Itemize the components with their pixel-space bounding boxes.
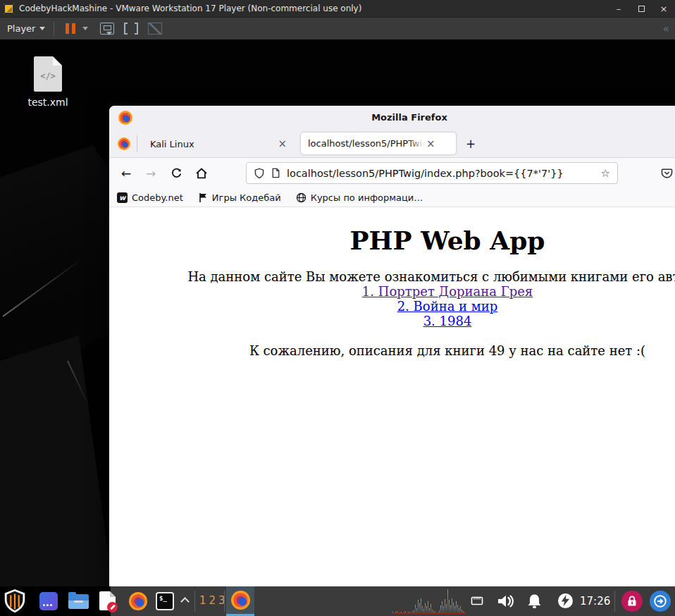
intro-paragraph: На данном сайте Вы можете ознакомиться с… <box>109 269 675 328</box>
suspend-vm-button[interactable] <box>63 22 78 35</box>
tab-close-icon[interactable]: × <box>425 137 437 150</box>
firefox-view-button[interactable] <box>118 137 130 150</box>
forward-button: → <box>141 164 161 183</box>
panel-divider <box>614 591 615 612</box>
pocket-button[interactable] <box>659 166 674 181</box>
desktop-file-label: test.xml <box>17 97 79 108</box>
volume-tray-icon[interactable] <box>497 593 514 612</box>
bookmarks-toolbar: w Codeby.net Игры Кодебай Курсы по инфор… <box>109 188 675 207</box>
chevron-down-icon <box>39 27 45 30</box>
send-ctrl-alt-del-button[interactable] <box>100 23 114 35</box>
reload-button[interactable] <box>166 164 186 183</box>
firefox-logo-icon <box>118 111 132 125</box>
close-button[interactable]: × <box>652 0 675 17</box>
panel-expand-arrow-icon[interactable] <box>180 597 190 606</box>
fullscreen-button[interactable] <box>124 23 138 35</box>
bookmark-label: Codeby.net <box>132 192 183 203</box>
page-info-icon[interactable] <box>271 168 281 178</box>
network-tray-icon[interactable] <box>471 595 483 610</box>
app-launcher-icon[interactable] <box>39 592 58 610</box>
tab-localhost-active[interactable]: localhost/lesson5/PHPTwig/in × <box>301 133 456 154</box>
clock[interactable]: 17:26 <box>580 595 610 608</box>
url-input[interactable]: localhost/lesson5/PHPTwig/index.php?book… <box>287 168 601 179</box>
vmware-toolbar: Player « <box>0 17 675 39</box>
tab-close-icon[interactable]: × <box>276 137 288 150</box>
firefox-window: Mozilla Firefox Kali Linux × localhost/l… <box>109 106 675 586</box>
home-button[interactable] <box>192 164 211 183</box>
player-menu-label: Player <box>7 23 35 34</box>
lock-icon <box>624 593 640 609</box>
dots-icon <box>43 604 45 606</box>
back-button[interactable]: ← <box>116 164 136 183</box>
logout-button[interactable] <box>650 591 671 612</box>
lightning-bolt-icon <box>560 595 571 607</box>
book-link-2[interactable]: 3. 1984 <box>423 314 472 328</box>
new-tab-button[interactable]: + <box>463 136 478 152</box>
vmware-app-icon <box>4 4 14 14</box>
navigation-toolbar: ← → localhost <box>109 158 675 188</box>
player-menu[interactable]: Player <box>7 23 45 34</box>
kali-desktop: </> test.xml Mozilla Firefox Kali Linux … <box>0 39 675 586</box>
maximize-button[interactable] <box>630 0 652 17</box>
shield-icon[interactable] <box>254 168 265 179</box>
codeby-favicon: w <box>117 192 128 203</box>
bookmark-codeby[interactable]: w Codeby.net <box>117 192 183 203</box>
flag-icon <box>198 192 208 203</box>
network-graph <box>392 589 466 614</box>
bookmark-kursy[interactable]: Курсы по информаци… <box>296 192 423 203</box>
workspace-1[interactable]: 1 <box>199 594 206 607</box>
home-icon <box>195 167 208 180</box>
not-found-message: К сожалению, описания для книги 49 у нас… <box>109 343 675 358</box>
page-fold <box>53 56 62 66</box>
panel-divider <box>224 591 225 612</box>
power-manager-icon[interactable] <box>558 593 573 608</box>
terminal-launcher[interactable]: $_ <box>156 592 174 610</box>
bookmark-label: Игры Кодебай <box>212 192 281 203</box>
notification-bell-icon[interactable] <box>526 593 543 612</box>
book-link-1[interactable]: 2. Война и мир <box>397 299 498 314</box>
bookmark-star-icon[interactable]: ☆ <box>601 167 610 180</box>
folder-slot <box>74 600 83 603</box>
maximize-icon <box>638 6 645 12</box>
unity-disabled-button <box>148 23 162 35</box>
vmware-titlebar: CodebyHackMashine - VMware Workstation 1… <box>0 0 675 17</box>
tab-title: Kali Linux <box>150 139 276 149</box>
firefox-launcher[interactable] <box>129 592 147 610</box>
lock-screen-button[interactable] <box>621 591 643 612</box>
reload-icon <box>171 168 182 180</box>
desktop-file-testxml[interactable]: </> test.xml <box>17 56 79 108</box>
bookmark-label: Курсы по информаци… <box>311 192 423 203</box>
globe-icon <box>296 192 306 203</box>
minimize-button[interactable]: – <box>607 0 630 17</box>
tab-bar: Kali Linux × localhost/lesson5/PHPTwig/i… <box>109 130 675 158</box>
page-title: PHP Web App <box>109 226 675 255</box>
panel-divider <box>194 591 195 612</box>
pocket-icon <box>660 167 674 180</box>
vmware-window-controls: – × <box>607 0 675 17</box>
suspend-options-caret[interactable] <box>82 27 88 30</box>
kali-taskbar: $_ 1 2 3 4 17:26 <box>0 586 675 616</box>
url-bar[interactable]: localhost/lesson5/PHPTwig/index.php?book… <box>246 162 618 184</box>
firefox-logo-icon <box>231 591 250 610</box>
tabstrip-divider <box>137 135 137 152</box>
pencil-badge-icon <box>107 602 118 612</box>
web-page-content: PHP Web App На данном сайте Вы можете оз… <box>109 207 675 586</box>
kali-logo-icon <box>1 588 28 615</box>
book-link-0[interactable]: 1. Портрет Дориана Грея <box>362 284 533 299</box>
firefox-task-button-active[interactable] <box>226 586 254 616</box>
intro-text: На данном сайте Вы можете ознакомиться с… <box>187 269 675 284</box>
code-glyph: </> <box>40 71 56 81</box>
toolbar-divider <box>54 22 54 36</box>
page-fold <box>110 591 116 597</box>
tab-kali-linux[interactable]: Kali Linux × <box>142 130 295 158</box>
wallpaper-shape <box>0 335 113 586</box>
kali-menu-button[interactable] <box>1 588 28 616</box>
firefox-titlebar[interactable]: Mozilla Firefox <box>109 106 675 130</box>
tab-title: localhost/lesson5/PHPTwig/in <box>308 138 425 149</box>
firefox-window-title: Mozilla Firefox <box>371 112 447 123</box>
file-manager-launcher[interactable] <box>68 594 89 609</box>
bookmark-igry-kodebay[interactable]: Игры Кодебай <box>198 192 281 203</box>
arrow-right-circle-icon <box>651 592 669 610</box>
collapse-toolbar-button[interactable]: « <box>663 23 668 35</box>
workspace-2[interactable]: 2 <box>209 594 216 607</box>
